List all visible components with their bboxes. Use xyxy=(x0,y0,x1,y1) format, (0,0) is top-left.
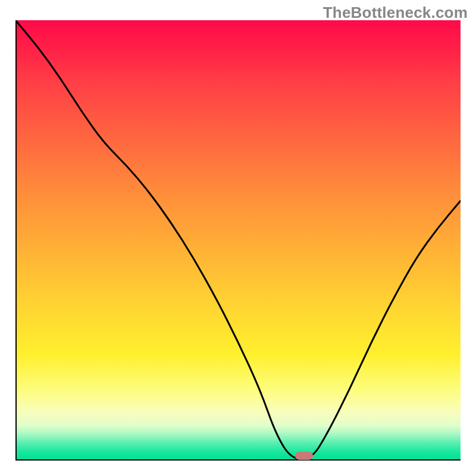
optimal-marker xyxy=(295,452,313,460)
axes xyxy=(0,0,476,476)
bottleneck-chart: TheBottleneck.com xyxy=(0,0,476,476)
y-axis xyxy=(15,20,17,461)
x-axis xyxy=(15,459,461,461)
